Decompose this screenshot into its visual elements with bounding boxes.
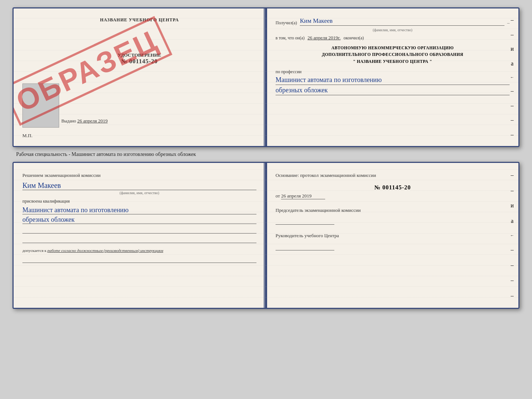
protocol-number: № 001145-20 <box>276 184 510 191</box>
cert-vidan: Выдано 26 апреля 2019 <box>61 118 108 124</box>
blank-line-1 <box>22 225 256 234</box>
qual-name-subtext: (фамилия, имя, отчество) <box>22 191 256 195</box>
qual-profession1: Машинист автомата по изготовлению <box>22 206 256 214</box>
okonchil-label: окончил(а) <box>344 35 364 41</box>
mp-label: М.П. <box>22 133 32 139</box>
right-marks: – – и а ← – – – – <box>509 8 515 146</box>
vtom-date: 26 апреля 2019г. <box>308 35 341 41</box>
qual-left-page: Решением экзаменационной комиссии Ким Ма… <box>14 163 265 308</box>
po-professii-label: по профессии <box>276 69 510 75</box>
name-subtext: (фамилия, имя, отчество) <box>276 28 510 32</box>
vidan-label: Выдано <box>61 118 76 124</box>
cert-school-name: НАЗВАНИЕ УЧЕБНОГО ЦЕНТРА <box>22 17 256 23</box>
cert-number: № 001145-20 <box>22 58 256 65</box>
org-block: АВТОНОМНУЮ НЕКОММЕРЧЕСКУЮ ОРГАНИЗАЦИЮ ДО… <box>276 44 510 65</box>
ot-label: от <box>276 193 280 199</box>
poluchil-label: Получил(а) <box>276 20 297 26</box>
qual-name: Ким Макеев <box>22 181 256 190</box>
org-line1: АВТОНОМНУЮ НЕКОММЕРЧЕСКУЮ ОРГАНИЗАЦИЮ <box>276 44 510 51</box>
blank-line-3 <box>22 255 256 263</box>
cert-photo-placeholder <box>22 83 59 128</box>
qual-right-marks: – – и а ← – – – – <box>509 163 515 308</box>
profession-value2: обрезных обложек <box>276 86 510 95</box>
head-label: Руководитель учебного Центра <box>276 232 510 239</box>
top-certificate: НАЗВАНИЕ УЧЕБНОГО ЦЕНТРА ОБРАЗЕЦ УДОСТОВ… <box>12 7 520 147</box>
assigned-label: присвоена квалификация <box>22 199 256 204</box>
head-sign-line <box>276 242 334 250</box>
ot-date-line: от 26 апреля 2019 <box>276 193 510 199</box>
org-line2: ДОПОЛНИТЕЛЬНОГО ПРОФЕССИОНАЛЬНОГО ОБРАЗО… <box>276 51 510 58</box>
org-line3: " НАЗВАНИЕ УЧЕБНОГО ЦЕНТРА " <box>276 58 510 65</box>
vtom-field: в том, что он(а) 26 апреля 2019г. окончи… <box>276 35 510 41</box>
chairman-label: Председатель экзаменационной комиссии <box>276 207 510 214</box>
poluchil-field: Получил(а) Ким Макеев – <box>276 17 510 26</box>
poluchil-underline: Ким Макеев <box>300 17 504 26</box>
qual-right-page: Основание: протокол экзаменационной коми… <box>265 163 518 308</box>
profession-value1: Машинист автомата по изготовлению <box>276 76 510 85</box>
udost-label: УДОСТОВЕРЕНИЕ <box>22 52 256 58</box>
osnov-label: Основание: протокол экзаменационной коми… <box>276 172 510 179</box>
cert-udost-block: УДОСТОВЕРЕНИЕ № 001145-20 <box>22 52 256 65</box>
dopuskaetsya-label: допускается к <box>22 248 46 253</box>
chairman-sign-line <box>276 217 334 225</box>
document-container: НАЗВАНИЕ УЧЕБНОГО ЦЕНТРА ОБРАЗЕЦ УДОСТОВ… <box>12 7 520 309</box>
ot-date: 26 апреля 2019 <box>281 193 325 199</box>
dopuskaetsya-value: работе согласно должностным (производств… <box>47 248 163 253</box>
cert-right-page: Получил(а) Ким Макеев – (фамилия, имя, о… <box>265 8 518 146</box>
bottom-certificate: Решением экзаменационной комиссии Ким Ма… <box>12 162 520 309</box>
blank-line-2 <box>22 235 256 243</box>
doc-subtitle: Рабочая специальность - Машинист автомат… <box>12 152 196 157</box>
dopusk-block: допускается к работе согласно должностны… <box>22 248 256 253</box>
vidan-date: 26 апреля 2019 <box>77 118 108 124</box>
cert-left-page: НАЗВАНИЕ УЧЕБНОГО ЦЕНТРА ОБРАЗЕЦ УДОСТОВ… <box>14 8 265 146</box>
poluchil-name: Ким Макеев <box>300 17 332 24</box>
vtom-label: в том, что он(а) <box>276 35 305 41</box>
qual-heading: Решением экзаменационной комиссии <box>22 172 256 179</box>
qual-profession2: обрезных обложек <box>22 216 256 224</box>
